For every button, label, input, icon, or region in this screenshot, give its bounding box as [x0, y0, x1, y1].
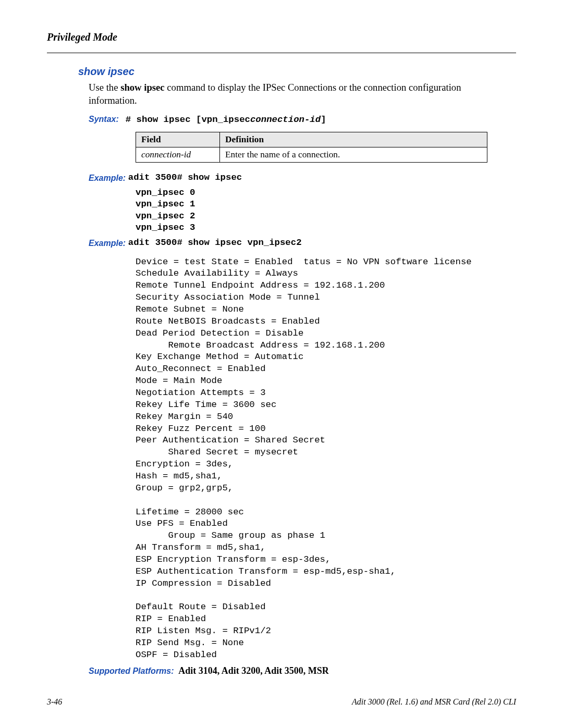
syntax-prefix: # show ipsec [vpn_ipsec	[126, 115, 250, 125]
example-2-output: Device = test State = Enabled tatus = No…	[136, 256, 516, 661]
example-cmd: adit 3500# show ipsec	[128, 172, 242, 184]
td-field: connection-id	[136, 147, 220, 163]
table-header-row: Field Definition	[136, 132, 487, 147]
syntax-label: Syntax:	[89, 115, 119, 124]
desc-pre: Use the	[89, 82, 120, 93]
supported-label: Supported Platforms:	[89, 667, 174, 676]
syntax-suffix: ]	[321, 115, 326, 125]
footer-left: 3-46	[47, 697, 62, 707]
td-definition: Enter the name of a connection.	[220, 147, 487, 163]
example-cmd: adit 3500# show ipsec vpn_ipsec2	[128, 237, 302, 249]
example-1: Example: adit 3500# show ipsec	[89, 172, 516, 184]
footer-right: Adit 3000 (Rel. 1.6) and MSR Card (Rel 2…	[352, 697, 516, 707]
th-field: Field	[136, 132, 220, 147]
syntax-param: connection-id	[250, 115, 321, 125]
page-header: Privileged Mode	[47, 31, 516, 53]
supported-platforms: Supported Platforms: Adit 3104, Adit 320…	[89, 665, 516, 676]
example-1-lines: vpn_ipsec 0 vpn_ipsec 1 vpn_ipsec 2 vpn_…	[136, 187, 516, 234]
example-2: Example: adit 3500# show ipsec vpn_ipsec…	[89, 237, 516, 249]
th-definition: Definition	[220, 132, 487, 147]
example-label: Example:	[89, 174, 126, 183]
command-title: show ipsec	[78, 66, 516, 78]
field-table: Field Definition connection-id Enter the…	[136, 132, 487, 163]
command-description: Use the show ipsec command to display th…	[89, 81, 506, 107]
desc-bold: show ipsec	[120, 82, 164, 93]
table-row: connection-id Enter the name of a connec…	[136, 147, 487, 163]
syntax-row: Syntax: # show ipsec [vpn_ipsecconnectio…	[89, 114, 516, 125]
supported-value: Adit 3104, Adit 3200, Adit 3500, MSR	[178, 665, 329, 676]
page-footer: 3-46 Adit 3000 (Rel. 1.6) and MSR Card (…	[47, 697, 516, 707]
example-label: Example:	[89, 239, 126, 248]
